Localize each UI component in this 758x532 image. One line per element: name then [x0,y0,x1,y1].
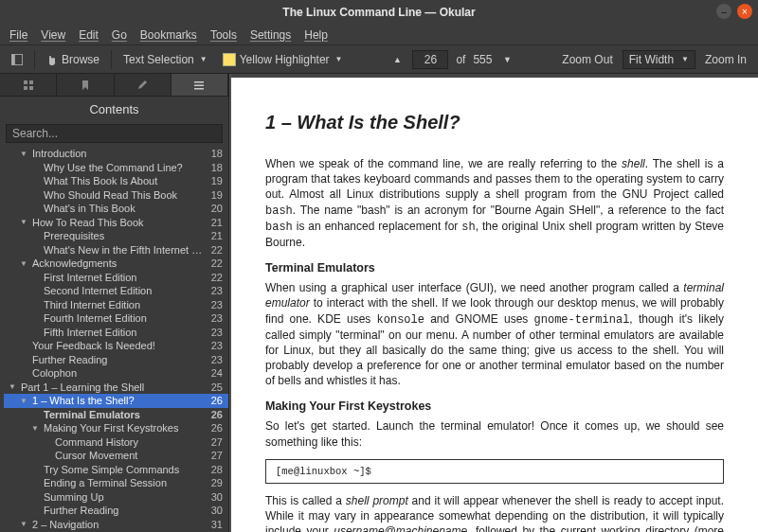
toc-item-label: Prerequisites [44,230,204,241]
toc-item-page: 22 [204,257,223,269]
disclosure-icon[interactable]: ▼ [30,424,40,433]
sidebar-tab-bookmarks[interactable] [57,74,114,96]
close-button[interactable]: × [737,4,752,19]
toc-item-page: 27 [204,450,223,461]
toc-item-page: 21 [204,217,223,228]
toc-item[interactable]: Colophon24 [4,366,228,381]
menu-file[interactable]: File [9,28,27,42]
zoom-mode-select[interactable]: Fit Width ▼ [623,50,695,69]
window-controls: – × [716,4,752,19]
toc-item-page: 26 [204,395,223,406]
toc-item[interactable]: Cursor Movement27 [4,449,228,463]
section-heading: Making Your First Keystrokes [265,399,724,413]
window-title: The Linux Command Line — Okular [282,6,475,19]
toc-item-page: 23 [204,312,223,324]
titlebar: The Linux Command Line — Okular – × [0,0,758,25]
toc-item[interactable]: Further Reading23 [4,353,228,367]
paragraph: So let's get started. Launch the termina… [265,418,724,449]
toc-item[interactable]: Fifth Internet Edition23 [4,326,228,340]
menu-tools[interactable]: Tools [210,28,237,42]
toc-item-page: 28 [204,464,223,475]
toc-item[interactable]: ▼Part 1 – Learning the Shell25 [4,381,228,395]
menu-view[interactable]: View [41,28,65,42]
toc-item[interactable]: First Internet Edition22 [4,271,228,285]
toc-item-page: 31 [204,519,223,530]
page-number-input[interactable] [412,50,448,69]
toc-item[interactable]: Terminal Emulators26 [4,408,228,422]
sidebar-tab-thumbnails[interactable] [0,74,57,96]
disclosure-icon[interactable]: ▼ [19,397,28,405]
toc-item[interactable]: Second Internet Edition23 [4,284,228,298]
toc-item[interactable]: Who Should Read This Book19 [4,188,228,203]
toc-item-label: Acknowledgments [32,257,204,269]
toc-item[interactable]: ▼Making Your First Keystrokes26 [4,421,228,435]
chevron-down-icon: ▼ [503,55,512,64]
menu-edit[interactable]: Edit [79,28,99,42]
toc-item[interactable]: Ending a Terminal Session29 [4,476,228,490]
toc-item[interactable]: What This Book Is About19 [4,174,228,188]
svg-rect-2 [24,80,27,84]
toc-item-page: 27 [204,436,223,448]
toc-search-input[interactable]: Search... [6,124,223,143]
disclosure-icon[interactable]: ▼ [19,150,28,158]
main-area: Contents Search... ▼Introduction18Why Us… [0,74,758,532]
toc-item[interactable]: Command History27 [4,435,228,450]
chevron-up-icon: ▲ [393,55,402,64]
sidebar-toggle-button[interactable] [6,49,28,70]
sidebar-tabs [0,74,228,97]
zoom-out-button[interactable]: Zoom Out [556,49,618,70]
toc-item[interactable]: Why Use the Command Line?18 [4,161,228,175]
toc-item[interactable]: ▼2 – Navigation31 [4,518,228,532]
toc-item[interactable]: ▼How To Read This Book21 [4,216,228,230]
bookmark-icon [80,80,91,91]
disclosure-icon[interactable]: ▼ [19,259,28,268]
toc-item-page: 18 [204,162,223,173]
toc-item-page: 26 [204,409,223,420]
toc-item-page: 23 [204,327,223,338]
toc-item[interactable]: Prerequisites21 [4,229,228,243]
toc-item[interactable]: Your Feedback Is Needed!23 [4,339,228,353]
toc-item-page: 19 [204,175,223,186]
svg-rect-6 [194,81,204,83]
toc-item-label: Command History [55,436,204,448]
menu-go[interactable]: Go [112,28,127,42]
toc-item[interactable]: Fourth Internet Edition23 [4,311,228,326]
toc-item-page: 18 [204,148,223,159]
toc-item-label: Why Use the Command Line? [44,162,204,173]
zoom-in-button[interactable]: Zoom In [699,49,752,70]
toc-item-label: First Internet Edition [44,272,204,283]
toc-item[interactable]: ▼Introduction18 [4,147,228,161]
toc-item-label: 1 – What Is the Shell? [32,395,204,406]
list-icon [193,80,205,91]
disclosure-icon[interactable]: ▼ [19,520,28,528]
toc-item[interactable]: What's New in the Fifth Internet Ed...22 [4,243,228,257]
toc-item[interactable]: ▼1 – What Is the Shell?26 [4,394,228,408]
toc-item-label: What's New in the Fifth Internet Ed... [44,244,204,256]
highlighter-button[interactable]: Yellow Highlighter ▼ [217,49,349,70]
disclosure-icon[interactable]: ▼ [19,218,28,226]
next-page-button[interactable]: ▼ [496,49,518,70]
table-of-contents[interactable]: ▼Introduction18Why Use the Command Line?… [0,147,228,532]
minimize-button[interactable]: – [716,4,731,19]
toc-item[interactable]: Further Reading30 [4,504,228,518]
prev-page-button[interactable]: ▲ [386,49,408,70]
sidebar-tab-contents[interactable] [171,74,228,96]
toc-item[interactable]: Try Some Simple Commands28 [4,463,228,477]
toc-item[interactable]: ▼Acknowledgments22 [4,257,228,271]
thumbnails-icon [23,80,34,91]
sidebar-tab-annotations[interactable] [115,74,171,96]
contents-header: Contents [0,97,228,122]
text-selection-button[interactable]: Text Selection ▼ [117,49,213,70]
menu-help[interactable]: Help [304,28,328,42]
toc-item-label: Second Internet Edition [44,285,204,296]
toc-item[interactable]: What's in This Book20 [4,202,228,216]
toc-item-page: 22 [204,244,223,256]
toc-item[interactable]: Summing Up30 [4,490,228,505]
menu-settings[interactable]: Settings [250,28,291,42]
disclosure-icon[interactable]: ▼ [8,382,17,391]
document-viewport[interactable]: 1 – What Is the Shell? When we speak of … [229,74,758,532]
search-placeholder: Search... [12,127,58,140]
browse-button[interactable]: Browse [41,49,105,70]
menu-bookmarks[interactable]: Bookmarks [140,28,197,42]
toc-item[interactable]: Third Internet Edition23 [4,298,228,312]
